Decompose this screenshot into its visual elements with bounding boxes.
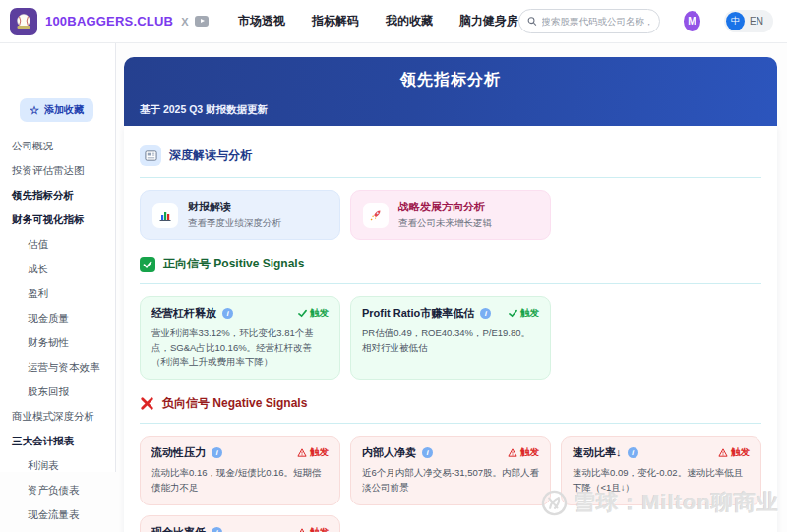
signal-title: Profit Ratio市赚率低估 [362,306,474,321]
nav-brain-gym[interactable]: 脑力健身房 [459,13,518,30]
x-social-icon[interactable]: X [181,16,188,28]
signal-card-cash-ratio: 现金比率低 i 触发 现金比率0.06，变化-0.01。现金储备不足且下降（<0… [140,515,340,532]
search-input[interactable] [542,16,651,27]
signal-card-profit-ratio: Profit Ratio市赚率低估 i 触发 PR估值0.49，ROE40.34… [350,296,551,380]
signal-title: 流动性压力 [151,445,206,460]
page-title: 领先指标分析 [124,57,777,90]
negative-signal-cards: 流动性压力 i 触发 流动比率0.16，现金/短债比0.16。短期偿债能力不足 … [140,436,761,532]
nav-my-favorites[interactable]: 我的收藏 [386,13,433,30]
deep-dive-header: 深度解读与分析 [140,145,761,166]
search-icon [527,16,537,27]
earnings-report-card[interactable]: 财报解读 查看季度业绩深度分析 [140,190,340,240]
signal-body: 营业利润率33.12%，环比变化3.81个基点，SG&A占比10.16%。经营杠… [151,326,329,370]
signal-title: 内部人净卖 [362,445,416,460]
positive-signal-cards: 经营杠杆释放 i 触发 营业利润率33.12%，环比变化3.81个基点，SG&A… [140,296,761,380]
sidebar-item-income-statement[interactable]: 利润表 [12,453,107,478]
brand-name[interactable]: 100BAGGERS.CLUB [45,14,173,29]
signal-body: 近6个月内部人净交易-31,507股。内部人看淡公司前景 [362,466,539,495]
triggered-badge: 触发 [297,526,329,532]
warning-icon [297,448,307,457]
newspaper-icon [140,145,161,166]
info-icon[interactable]: i [212,527,222,532]
earnings-report-title: 财报解读 [188,200,281,214]
lang-zh-option[interactable]: 中 [726,12,745,30]
triggered-badge: 触发 [297,446,329,459]
sidebar-item-financial-visuals[interactable]: 财务可视化指标 [12,207,107,232]
earnings-report-subtitle: 查看季度业绩深度分析 [188,217,281,230]
sidebar-item-growth[interactable]: 成长 [12,257,107,281]
sidebar-item-resilience[interactable]: 财务韧性 [12,330,107,355]
top-navbar: 100BAGGERS.CLUB X 市场透视 指标解码 我的收藏 脑力健身房 M… [0,0,787,43]
page-banner: 领先指标分析 基于 2025 Q3 财报数据更新 [124,57,777,126]
warning-icon [718,448,728,457]
positive-signals-header: 正向信号 Positive Signals [140,256,761,272]
negative-signals-header: 负向信号 Negative Signals [140,395,761,412]
watermark-text: 雪球：Milton聊商业 [574,488,779,517]
xueqiu-logo-icon [541,490,568,516]
sidebar-menu: 公司概况 投资评估雷达图 领先指标分析 财务可视化指标 估值 成长 盈利 现金质… [12,134,107,532]
negative-signals-title: 负向信号 Negative Signals [162,395,307,412]
triggered-badge: 触发 [508,446,539,459]
top-navigation: 市场透视 指标解码 我的收藏 脑力健身房 [238,13,518,30]
rocket-icon [363,203,389,228]
signal-body: PR估值0.49，ROE40.34%，P/E19.80。相对行业被低估 [362,326,539,355]
user-avatar[interactable]: M [684,11,701,31]
sidebar-item-three-statements[interactable]: 三大会计报表 [12,429,107,453]
youtube-icon[interactable] [195,16,208,27]
sidebar-item-cash-flow[interactable]: 现金流量表 [12,502,107,527]
strategy-analysis-title: 战略发展方向分析 [398,200,492,214]
sidebar-item-quiz[interactable]: 财务知识小测验 [12,527,107,532]
deep-dive-title: 深度解读与分析 [169,148,252,164]
sidebar-item-radar-chart[interactable]: 投资评估雷达图 [12,158,107,183]
check-icon [298,309,307,318]
search-box[interactable] [518,9,660,33]
signal-title: 现金比率低 [151,525,206,532]
sidebar-item-leading-indicators[interactable]: 领先指标分析 [12,183,107,207]
bar-chart-icon [152,203,178,228]
triggered-badge: 触发 [509,307,539,320]
left-sidebar: ☆ 添加收藏 公司概况 投资评估雷达图 领先指标分析 财务可视化指标 估值 成长… [0,43,116,472]
signal-title: 经营杠杆释放 [151,306,216,321]
sidebar-item-business-model[interactable]: 商业模式深度分析 [12,404,107,429]
add-favorite-button[interactable]: ☆ 添加收藏 [20,98,93,122]
info-icon[interactable]: i [212,447,222,458]
sidebar-item-profitability[interactable]: 盈利 [12,281,107,306]
check-icon [140,257,155,272]
signal-card-liquidity: 流动性压力 i 触发 流动比率0.16，现金/短债比0.16。短期偿债能力不足 [140,436,340,504]
sidebar-item-balance-sheet[interactable]: 资产负债表 [12,478,107,502]
cross-icon [140,396,154,411]
check-icon [509,309,517,318]
warning-icon [508,448,517,457]
signal-title: 速动比率↓ [573,445,622,460]
signal-card-insider-selling: 内部人净卖 i 触发 近6个月内部人净交易-31,507股。内部人看淡公司前景 [350,436,551,504]
section-divider [140,283,761,284]
signal-body: 流动比率0.16，现金/短债比0.16。短期偿债能力不足 [151,466,329,495]
deep-dive-cards: 财报解读 查看季度业绩深度分析 战略发展方向分析 查看公司未来增长 [140,190,761,240]
info-icon[interactable]: i [628,447,638,458]
sidebar-item-company-overview[interactable]: 公司概况 [12,134,107,158]
lang-en-option[interactable]: EN [750,16,763,27]
main-content: 领先指标分析 基于 2025 Q3 财报数据更新 深度解读与分析 [124,57,777,532]
triggered-badge: 触发 [718,446,750,459]
nav-market-insight[interactable]: 市场透视 [238,13,285,30]
signal-card-operating-leverage: 经营杠杆释放 i 触发 营业利润率33.12%，环比变化3.81个基点，SG&A… [140,296,340,380]
language-toggle[interactable]: 中 EN [724,10,773,32]
sidebar-item-valuation[interactable]: 估值 [12,232,107,257]
sidebar-item-shareholder-return[interactable]: 股东回报 [12,380,107,404]
sidebar-item-cash-quality[interactable]: 现金质量 [12,306,107,330]
strategy-analysis-card[interactable]: 战略发展方向分析 查看公司未来增长逻辑 [350,190,551,240]
site-logo-icon[interactable] [10,8,37,35]
section-divider [140,177,761,178]
star-icon: ☆ [30,105,39,116]
nav-indicator-decode[interactable]: 指标解码 [312,13,359,30]
warning-icon [297,528,307,532]
info-icon[interactable]: i [222,308,233,319]
panel-body: 深度解读与分析 财报解读 查看季度业绩深度分析 [124,126,777,532]
sidebar-item-efficiency[interactable]: 运营与资本效率 [12,355,107,380]
triggered-badge: 触发 [298,307,329,320]
strategy-analysis-subtitle: 查看公司未来增长逻辑 [398,217,492,230]
info-icon[interactable]: i [422,447,433,458]
xueqiu-watermark: 雪球：Milton聊商业 [541,488,779,517]
banner-subtitle: 基于 2025 Q3 财报数据更新 [140,103,268,117]
info-icon[interactable]: i [480,308,491,319]
